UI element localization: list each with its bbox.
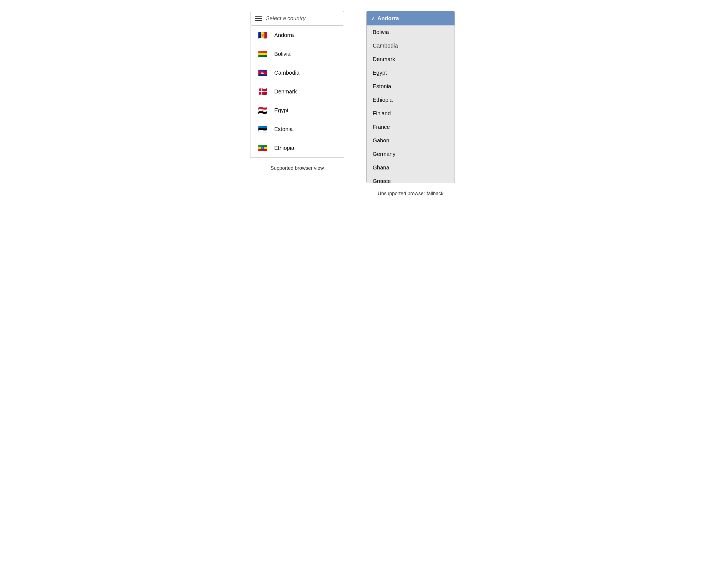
list-item[interactable]: France [367,120,455,134]
list-item[interactable]: 🇰🇭Cambodia [250,63,344,82]
list-item[interactable]: 🇧🇴Bolivia [250,45,344,63]
list-item[interactable]: 🇩🇰Denmark [250,82,344,101]
flag-icon: 🇪🇪 [256,125,269,134]
native-selected-item[interactable]: ✓Andorra [367,11,455,26]
list-item[interactable]: Gabon [367,134,455,147]
native-select-scroll[interactable]: ✓AndorraBoliviaCambodiaDenmarkEgyptEston… [367,11,455,183]
country-name: Denmark [274,89,297,95]
page-container: Select a country 🇦🇩Andorra🇧🇴Bolivia🇰🇭Cam… [250,11,455,197]
country-name: Estonia [274,126,293,133]
list-item[interactable]: 🇪🇬Egypt [250,101,344,120]
custom-select-wrapper: Select a country 🇦🇩Andorra🇧🇴Bolivia🇰🇭Cam… [250,11,344,158]
flag-icon: 🇩🇰 [256,87,269,96]
list-item[interactable]: Finland [367,107,455,120]
hamburger-icon [255,16,262,21]
list-item[interactable]: Cambodia [367,39,455,53]
list-item[interactable]: Egypt [367,66,455,80]
list-item[interactable]: 🇦🇩Andorra [250,26,344,45]
list-item[interactable]: 🇪🇪Estonia [250,120,344,139]
list-item[interactable]: Germany [367,147,455,161]
left-panel: Select a country 🇦🇩Andorra🇧🇴Bolivia🇰🇭Cam… [250,11,344,171]
flag-icon: 🇰🇭 [256,68,269,77]
list-item[interactable]: 🇪🇹Ethiopia [250,139,344,157]
native-select-wrapper: ✓AndorraBoliviaCambodiaDenmarkEgyptEston… [366,11,455,183]
list-item[interactable]: Greece [367,175,455,183]
flag-icon: 🇧🇴 [256,49,269,58]
country-name: Cambodia [274,70,299,76]
list-item[interactable]: Ghana [367,161,455,175]
selected-country-name: Andorra [377,15,399,21]
list-item[interactable]: Ethiopia [367,93,455,107]
list-item[interactable]: Estonia [367,80,455,93]
native-select[interactable]: ✓AndorraBoliviaCambodiaDenmarkEgyptEston… [366,11,455,183]
checkmark-icon: ✓ [371,15,375,21]
country-name: Andorra [274,32,294,38]
custom-select-trigger[interactable]: Select a country [250,11,344,26]
right-panel: ✓AndorraBoliviaCambodiaDenmarkEgyptEston… [366,11,455,197]
country-name: Egypt [274,107,288,114]
flag-icon: 🇪🇹 [256,143,269,152]
flag-icon: 🇪🇬 [256,106,269,115]
custom-select-dropdown[interactable]: 🇦🇩Andorra🇧🇴Bolivia🇰🇭Cambodia🇩🇰Denmark🇪🇬E… [250,26,344,158]
select-placeholder: Select a country [266,15,306,21]
list-item[interactable]: Denmark [367,53,455,66]
country-name: Bolivia [274,51,291,57]
right-panel-label: Unsupported browser fallback [378,191,443,197]
list-item[interactable]: Bolivia [367,26,455,39]
left-panel-label: Supported browser view [270,165,324,171]
country-name: Ethiopia [274,145,294,151]
flag-icon: 🇦🇩 [256,31,269,40]
